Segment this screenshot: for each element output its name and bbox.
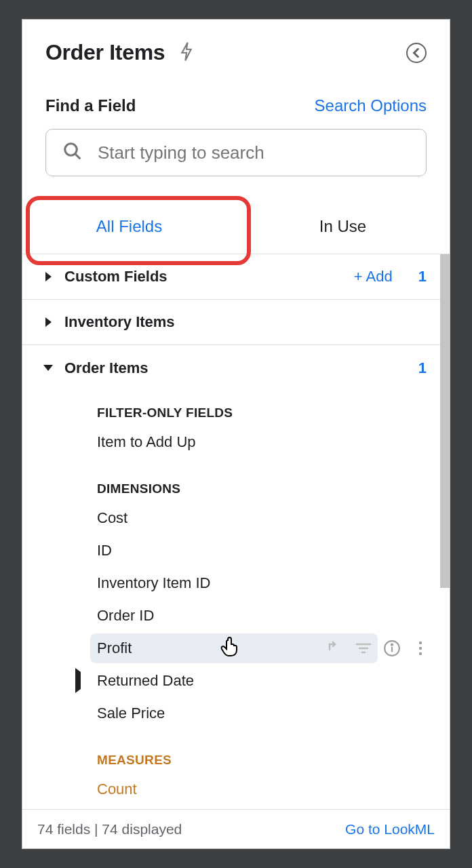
svg-point-10 (419, 652, 422, 655)
field-returned-date[interactable]: Returned Date (22, 665, 450, 697)
field-order-id[interactable]: Order ID (22, 599, 450, 632)
field-picker-panel: Order Items Find a Field Search Options … (22, 19, 450, 849)
svg-point-9 (419, 647, 422, 650)
field-sale-price[interactable]: Sale Price (22, 697, 450, 730)
svg-point-7 (391, 644, 393, 646)
svg-point-0 (65, 144, 77, 156)
section-label: Order Items (64, 359, 418, 377)
pivot-icon[interactable] (326, 640, 344, 656)
section-inventory-items[interactable]: Inventory Items (22, 300, 450, 345)
search-header-row: Find a Field Search Options (22, 72, 450, 125)
chevron-right-icon (75, 672, 81, 690)
filter-only-header: FILTER-ONLY FIELDS (22, 391, 450, 426)
search-icon (62, 141, 83, 164)
section-label: Custom Fields (64, 268, 354, 285)
field-cost[interactable]: Cost (22, 502, 450, 534)
tabs: All Fields In Use (22, 197, 450, 254)
field-profit[interactable]: Profit (22, 632, 450, 665)
info-icon[interactable] (383, 639, 401, 657)
more-icon[interactable] (412, 640, 429, 656)
field-inventory-item-id[interactable]: Inventory Item ID (22, 567, 450, 599)
find-label: Find a Field (45, 96, 136, 115)
tab-in-use[interactable]: In Use (236, 197, 450, 254)
search-options-link[interactable]: Search Options (315, 96, 427, 115)
page-title: Order Items (45, 40, 165, 65)
chevron-down-icon (35, 365, 62, 371)
go-to-lookml-link[interactable]: Go to LookML (345, 821, 435, 837)
panel-footer: 74 fields | 74 displayed Go to LookML (22, 809, 450, 848)
footer-status: 74 fields | 74 displayed (37, 821, 182, 837)
collapse-panel-icon[interactable] (406, 43, 427, 63)
section-count: 1 (418, 359, 427, 377)
section-order-items[interactable]: Order Items 1 (22, 345, 450, 391)
filter-icon[interactable] (355, 642, 372, 655)
field-count[interactable]: Count (22, 773, 450, 806)
field-list: Custom Fields + Add 1 Inventory Items Or… (22, 254, 450, 809)
chevron-right-icon (35, 317, 62, 327)
measures-header: MEASURES (22, 730, 450, 773)
tab-all-fields[interactable]: All Fields (22, 197, 236, 254)
chevron-right-icon (35, 272, 62, 281)
svg-line-1 (75, 154, 81, 159)
section-custom-fields[interactable]: Custom Fields + Add 1 (22, 254, 450, 300)
field-hover-actions (326, 639, 429, 657)
panel-header: Order Items (22, 20, 450, 72)
section-count: 1 (418, 268, 427, 285)
dimensions-header: DIMENSIONS (22, 458, 450, 502)
svg-point-8 (419, 642, 422, 644)
search-box[interactable] (45, 129, 427, 176)
bolt-icon[interactable] (180, 41, 193, 64)
add-custom-field-link[interactable]: + Add (354, 268, 393, 285)
section-label: Inventory Items (64, 313, 435, 331)
field-id[interactable]: ID (22, 534, 450, 567)
search-input[interactable] (98, 142, 410, 163)
field-item-to-add-up[interactable]: Item to Add Up (22, 426, 450, 458)
